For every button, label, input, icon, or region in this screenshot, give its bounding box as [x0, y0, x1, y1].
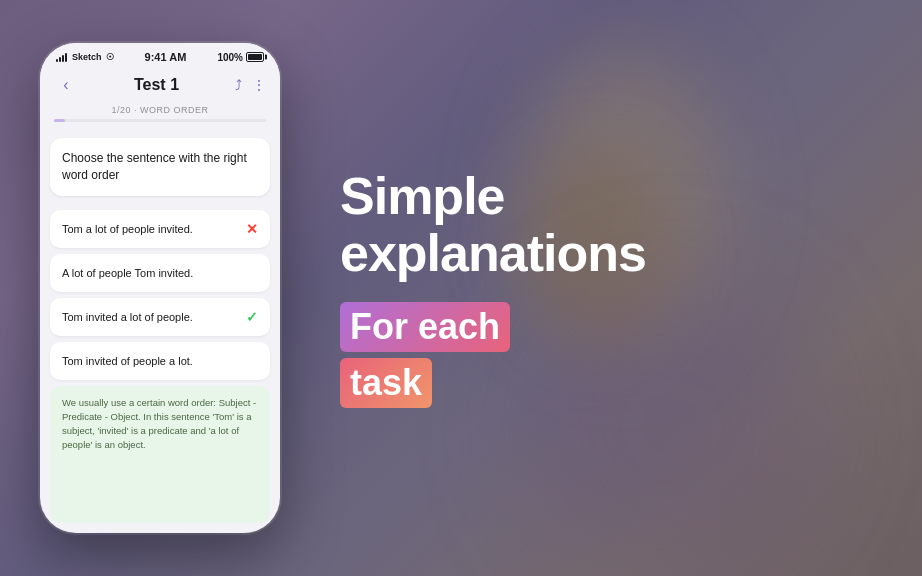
- share-button[interactable]: ⤴: [235, 77, 242, 93]
- correct-icon-3: ✓: [246, 309, 258, 325]
- option-3[interactable]: Tom invited a lot of people. ✓: [50, 298, 270, 336]
- carrier-label: Sketch: [72, 52, 102, 62]
- progress-fill: [54, 119, 65, 122]
- option-2[interactable]: A lot of people Tom invited.: [50, 254, 270, 292]
- right-content: Simple explanations For each task: [340, 168, 882, 408]
- main-headline: Simple explanations: [340, 168, 882, 282]
- signal-bars: [56, 52, 67, 62]
- option-4-text: Tom invited of people a lot.: [62, 355, 193, 367]
- battery-icon: [246, 52, 264, 62]
- headline-line2: explanations: [340, 225, 882, 282]
- battery-fill: [248, 54, 262, 60]
- status-time: 9:41 AM: [145, 51, 187, 63]
- signal-bar-1: [56, 59, 58, 62]
- status-right: 100%: [217, 52, 264, 63]
- nav-bar: ‹ Test 1 ⤴ ⋮: [40, 67, 280, 105]
- progress-label: 1/20 · WORD ORDER: [54, 105, 266, 115]
- more-button[interactable]: ⋮: [252, 77, 266, 93]
- headline-line1: Simple: [340, 168, 882, 225]
- options-section: Tom a lot of people invited. ✕ A lot of …: [40, 210, 280, 380]
- progress-track: [54, 119, 266, 122]
- question-text: Choose the sentence with the right word …: [62, 150, 258, 184]
- option-3-text: Tom invited a lot of people.: [62, 311, 193, 323]
- status-bar: Sketch ☉ 9:41 AM 100%: [40, 43, 280, 67]
- phone-mockup: Sketch ☉ 9:41 AM 100% ‹ Test 1 ⤴ ⋮: [40, 43, 280, 533]
- status-left: Sketch ☉: [56, 52, 114, 62]
- wifi-icon: ☉: [106, 52, 114, 62]
- wrong-icon-1: ✕: [246, 221, 258, 237]
- explanation-section: We usually use a certain word order: Sub…: [50, 386, 270, 523]
- question-section: Choose the sentence with the right word …: [50, 138, 270, 196]
- back-icon: ‹: [63, 76, 68, 94]
- option-2-text: A lot of people Tom invited.: [62, 267, 193, 279]
- badge-line2: task: [340, 358, 432, 408]
- explanation-text: We usually use a certain word order: Sub…: [62, 396, 258, 453]
- sub-text-block: For each task: [340, 302, 882, 408]
- signal-bar-3: [62, 55, 64, 62]
- progress-section: 1/20 · WORD ORDER: [40, 105, 280, 130]
- option-1-text: Tom a lot of people invited.: [62, 223, 193, 235]
- signal-bar-2: [59, 57, 61, 62]
- option-4[interactable]: Tom invited of people a lot.: [50, 342, 270, 380]
- badge-line1: For each: [340, 302, 510, 352]
- back-button[interactable]: ‹: [54, 73, 78, 97]
- nav-title: Test 1: [134, 76, 179, 94]
- option-1[interactable]: Tom a lot of people invited. ✕: [50, 210, 270, 248]
- signal-bar-4: [65, 53, 67, 62]
- battery-pct-label: 100%: [217, 52, 243, 63]
- nav-actions: ⤴ ⋮: [235, 77, 266, 93]
- content-wrapper: Sketch ☉ 9:41 AM 100% ‹ Test 1 ⤴ ⋮: [0, 0, 922, 576]
